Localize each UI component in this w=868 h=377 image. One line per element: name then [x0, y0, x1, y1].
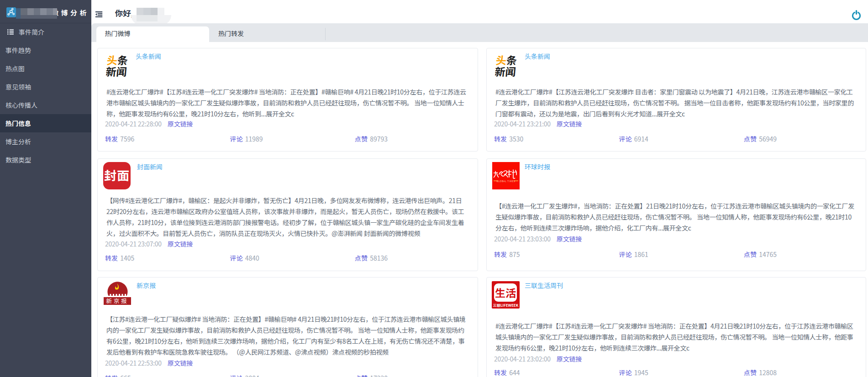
svg-text:GLOBAL TIMES: GLOBAL TIMES: [496, 180, 515, 183]
svg-text:新京报: 新京报: [106, 296, 129, 305]
